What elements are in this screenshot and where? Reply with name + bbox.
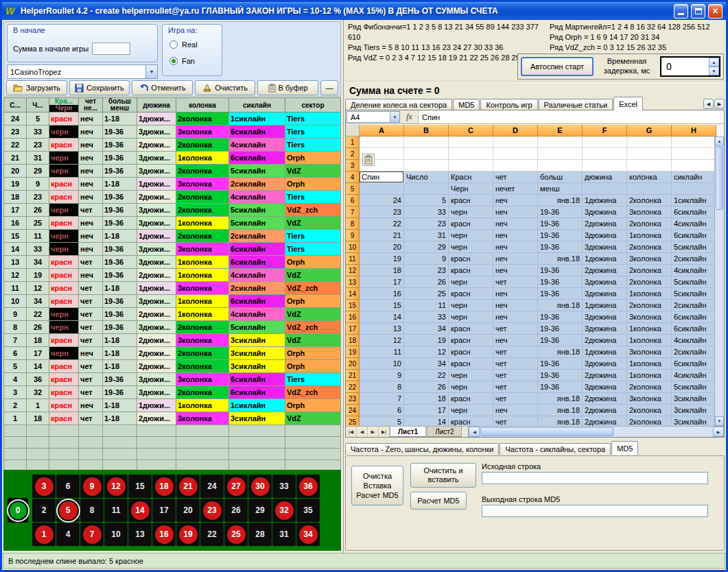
table-row[interactable]: 922чернчет19-362дюжи...1колонка4сиклайнV…	[3, 308, 341, 321]
md5-input-field[interactable]	[482, 472, 708, 484]
board-number-10[interactable]: 10	[104, 523, 128, 546]
sheet-prev-button[interactable]: ◀	[357, 427, 368, 437]
excel-row-header-20[interactable]: 20	[346, 358, 360, 370]
excel-cell[interactable]: 23	[404, 218, 449, 230]
bottom-tab-2[interactable]: Частота - сиклайны, сектора	[500, 443, 611, 455]
table-row[interactable]: 1112краснчет1-181дюжи...3колонка2сиклайн…	[3, 282, 341, 295]
board-number-26[interactable]: 26	[224, 499, 248, 522]
excel-cell[interactable]: 9	[360, 370, 404, 381]
excel-cell[interactable]: 1колонка	[627, 230, 672, 241]
excel-cell[interactable]: 2колонка	[627, 265, 672, 276]
excel-row-header-23[interactable]: 23	[346, 393, 360, 405]
table-row[interactable]: 718краснчет1-182дюжи...3колонка3сиклайнV…	[3, 334, 341, 347]
excel-cell[interactable]: чет	[493, 416, 538, 426]
excel-cell[interactable]	[449, 136, 493, 148]
excel-cell[interactable]: 6	[360, 405, 404, 416]
excel-cell[interactable]: 9	[404, 253, 449, 265]
excel-cell[interactable]: 19	[404, 335, 449, 346]
board-number-33[interactable]: 33	[272, 475, 296, 498]
scroll-down-icon[interactable]: ▼	[715, 416, 724, 426]
excel-cell[interactable]: 26	[404, 276, 449, 288]
vscroll-track[interactable]	[715, 211, 724, 416]
excel-cell[interactable]: красн	[449, 358, 493, 370]
excel-cell[interactable]: 4сиклайн	[672, 218, 716, 230]
chevron-down-icon[interactable]: ▼	[145, 65, 157, 78]
excel-cell[interactable]: 14	[404, 416, 449, 426]
excel-cell[interactable]	[404, 148, 449, 160]
excel-cell[interactable]: красн	[449, 393, 493, 405]
table-row[interactable]: 617черннеч1-182дюжи...2колонка3сиклайнOr…	[3, 347, 341, 360]
main-tab-2[interactable]: MD5	[453, 99, 480, 110]
excel-cell[interactable]: 5сиклайн	[672, 276, 716, 288]
board-number-27[interactable]: 27	[224, 475, 248, 498]
excel-cell[interactable]	[449, 160, 493, 171]
excel-cell[interactable]: 18	[360, 265, 404, 276]
excel-row-header-22[interactable]: 22	[346, 381, 360, 393]
excel-cell[interactable]: менш	[538, 183, 583, 195]
board-number-6[interactable]: 6	[56, 475, 80, 498]
excel-cell[interactable]	[627, 160, 672, 171]
sheet-last-button[interactable]: ▶|	[379, 427, 390, 437]
excel-cell[interactable]: 2дюжина	[583, 335, 627, 346]
paste-options-icon[interactable]	[362, 154, 375, 166]
board-number-0[interactable]: 0	[8, 498, 28, 523]
excel-cell[interactable]: неч	[493, 265, 538, 276]
excel-cell[interactable]: 17	[404, 405, 449, 416]
excel-cell[interactable]: красн	[449, 416, 493, 426]
excel-cell[interactable]	[449, 148, 493, 160]
delay-spinner[interactable]: 0 ▲ ▼	[660, 56, 720, 77]
excel-cell[interactable]	[360, 136, 404, 148]
main-tab-4[interactable]: Различные статьи	[539, 99, 613, 110]
excel-cell[interactable]: 19-36	[538, 276, 583, 288]
table-row[interactable]: 118краснчет1-182дюжи...3колонка3сиклайнV…	[3, 412, 341, 425]
radio-option-fan[interactable]: Fan	[169, 55, 198, 67]
board-number-20[interactable]: 20	[176, 499, 200, 522]
excel-cell[interactable]: 6сиклайн	[672, 311, 716, 323]
excel-cell[interactable]: 1сиклайн	[672, 195, 716, 206]
excel-cell[interactable]: 5сиклайн	[672, 381, 716, 393]
board-number-8[interactable]: 8	[80, 499, 104, 522]
excel-cell[interactable]: Число	[404, 171, 449, 183]
excel-cell[interactable]: 3дюжина	[583, 358, 627, 370]
excel-row-header-5[interactable]: 5	[346, 183, 360, 195]
excel-row-header-14[interactable]: 14	[346, 288, 360, 300]
excel-row-header-2[interactable]: 2	[346, 148, 360, 160]
scroll-up-icon[interactable]: ▲	[715, 136, 724, 146]
excel-cell[interactable]: 26	[404, 381, 449, 393]
excel-cell[interactable]: 34	[404, 358, 449, 370]
excel-cell[interactable]: 6сиклайн	[672, 230, 716, 241]
excel-row-header-21[interactable]: 21	[346, 370, 360, 381]
excel-cell[interactable]: 2колонка	[627, 241, 672, 253]
board-number-11[interactable]: 11	[104, 499, 128, 522]
table-row[interactable]: 514краснчет1-182дюжи...2колонка3сиклайнO…	[3, 360, 341, 373]
excel-cell[interactable]: 11	[360, 346, 404, 358]
excel-row-header-15[interactable]: 15	[346, 300, 360, 311]
excel-cell[interactable]: красн	[449, 265, 493, 276]
hscroll-track[interactable]	[614, 427, 713, 437]
bottom-tab-3[interactable]: MD5	[611, 441, 638, 455]
excel-cell[interactable]: красн	[449, 288, 493, 300]
excel-cell[interactable]	[672, 148, 716, 160]
excel-cell[interactable]: 7	[360, 393, 404, 405]
excel-row-header-17[interactable]: 17	[346, 323, 360, 335]
excel-row-header-24[interactable]: 24	[346, 405, 360, 416]
excel-cell[interactable]: 3дюжина	[583, 241, 627, 253]
tab-scroll-left-button[interactable]: ◀	[703, 99, 714, 109]
excel-cell[interactable]: 19-36	[538, 323, 583, 335]
excel-cell[interactable]: черн	[449, 276, 493, 288]
board-number-5[interactable]: 5	[56, 499, 80, 522]
excel-row-header-11[interactable]: 11	[346, 253, 360, 265]
excel-row-header-1[interactable]: 1	[346, 136, 360, 148]
excel-cell[interactable]: 10	[360, 358, 404, 370]
excel-cell[interactable]: 19	[360, 253, 404, 265]
board-number-31[interactable]: 31	[272, 523, 296, 546]
excel-cell[interactable]: 18	[404, 393, 449, 405]
excel-cell[interactable]	[493, 160, 538, 171]
excel-cell[interactable]: красн	[449, 218, 493, 230]
excel-cell[interactable]: 19-36	[538, 311, 583, 323]
excel-cell[interactable]: янв.18	[538, 416, 583, 426]
board-number-12[interactable]: 12	[104, 475, 128, 498]
namebox-dropdown-icon[interactable]: ▼	[390, 112, 399, 122]
table-row[interactable]: 436краснчет19-363дюжи...3колонка6сиклайн…	[3, 373, 341, 386]
main-tab-5[interactable]: Excel	[613, 97, 643, 110]
